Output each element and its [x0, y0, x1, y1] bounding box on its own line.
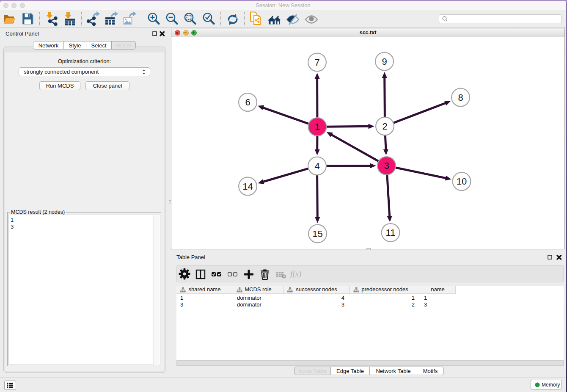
svg-text:10: 10 — [457, 176, 467, 187]
svg-text:9: 9 — [382, 56, 387, 67]
svg-text:6: 6 — [245, 97, 250, 108]
svg-text:1: 1 — [315, 121, 320, 132]
svg-text:2: 2 — [382, 121, 387, 132]
svg-text:3: 3 — [384, 160, 389, 171]
svg-text:8: 8 — [458, 92, 463, 103]
svg-text:4: 4 — [314, 161, 319, 171]
svg-text:11: 11 — [386, 227, 396, 238]
svg-text:14: 14 — [242, 181, 253, 192]
svg-text:15: 15 — [312, 229, 322, 239]
svg-text:7: 7 — [314, 57, 319, 68]
